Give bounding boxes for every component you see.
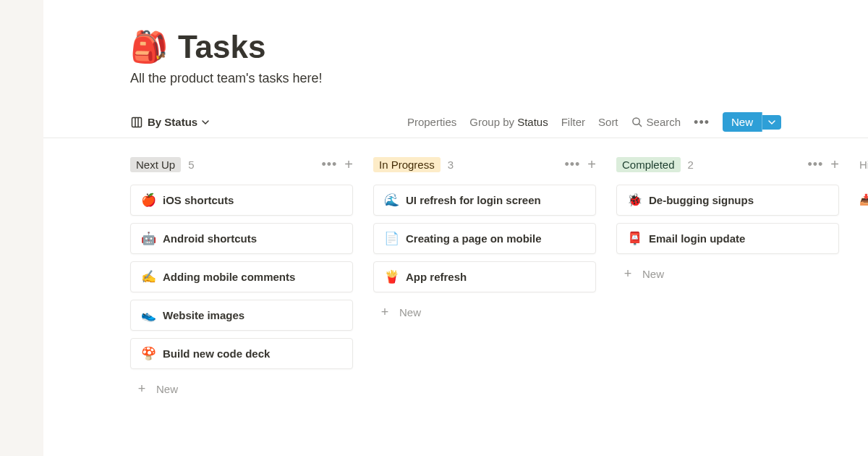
card-title: UI refresh for login screen — [406, 194, 541, 206]
card-icon: 📄 — [384, 232, 399, 245]
column-more-button[interactable]: ••• — [321, 158, 337, 171]
column-next-up: Next Up 5 ••• + 🍎 iOS shortcuts 🤖 Androi… — [130, 154, 353, 401]
card-title: Website images — [163, 309, 244, 321]
card-title: De-bugging signups — [649, 194, 754, 206]
card[interactable]: 📄 Creating a page on mobile — [373, 223, 596, 254]
card[interactable]: 👟 Website images — [130, 300, 353, 331]
sort-button[interactable]: Sort — [598, 116, 618, 128]
add-card-button[interactable]: + New — [130, 376, 353, 401]
card-title: iOS shortcuts — [163, 194, 234, 206]
column-count: 2 — [688, 159, 694, 171]
card-title: Android shortcuts — [163, 232, 257, 245]
group-by-prefix: Group by — [469, 116, 517, 128]
view-label: By Status — [148, 116, 197, 128]
filter-button[interactable]: Filter — [561, 116, 585, 128]
card-icon: 🍟 — [384, 271, 399, 283]
page-icon[interactable]: 🎒 — [130, 32, 168, 62]
hidden-label[interactable]: Hidde — [859, 154, 868, 174]
column-header: Completed 2 ••• + — [616, 154, 839, 174]
add-card-label: New — [399, 306, 421, 318]
group-by-value: Status — [517, 116, 548, 128]
search-label: Search — [647, 116, 681, 128]
inbox-icon: 📥 — [859, 193, 868, 206]
more-button[interactable]: ••• — [694, 116, 710, 129]
view-selector[interactable]: By Status — [130, 116, 209, 129]
page-title[interactable]: Tasks — [178, 29, 266, 65]
board-icon — [130, 116, 143, 129]
toolbar: By Status Properties Group by Status Fil… — [43, 106, 868, 138]
card-icon: 🍄 — [141, 347, 156, 360]
plus-icon: + — [621, 267, 635, 280]
chevron-down-icon — [202, 119, 209, 126]
add-card-label: New — [642, 268, 664, 280]
plus-icon: + — [135, 382, 149, 395]
plus-icon: + — [378, 305, 392, 318]
svg-rect-0 — [132, 117, 142, 127]
svg-line-4 — [639, 124, 641, 126]
card-title: App refresh — [406, 271, 467, 283]
column-title: Completed — [616, 157, 681, 172]
column-completed: Completed 2 ••• + 🐞 De-bugging signups 📮… — [616, 154, 839, 401]
column-title-wrap[interactable]: In Progress 3 — [373, 157, 557, 172]
column-count: 5 — [188, 159, 194, 171]
card[interactable]: ✍️ Adding mobile comments — [130, 261, 353, 292]
column-title: Next Up — [130, 157, 181, 172]
card[interactable]: 📮 Email login update — [616, 223, 839, 254]
column-title-wrap[interactable]: Next Up 5 — [130, 157, 314, 172]
add-card-label: New — [156, 383, 178, 395]
hidden-item[interactable]: 📥 N — [859, 185, 868, 215]
column-header: In Progress 3 ••• + — [373, 154, 596, 174]
card-icon: ✍️ — [141, 271, 156, 283]
column-add-button[interactable]: + — [830, 157, 839, 172]
card-icon: 🍎 — [141, 194, 156, 206]
card-icon: 📮 — [627, 232, 642, 245]
column-actions: ••• + — [321, 157, 353, 172]
new-dropdown[interactable] — [762, 115, 781, 130]
properties-button[interactable]: Properties — [407, 116, 456, 128]
card-icon: 🐞 — [627, 194, 642, 206]
toolbar-left: By Status — [130, 116, 209, 129]
card-title: Adding mobile comments — [163, 271, 295, 283]
card-icon: 👟 — [141, 309, 156, 321]
card-title: Build new code deck — [163, 347, 270, 360]
column-header: Next Up 5 ••• + — [130, 154, 353, 174]
title-row: 🎒 Tasks — [130, 29, 781, 65]
card-title: Email login update — [649, 232, 745, 245]
card[interactable]: 🍎 iOS shortcuts — [130, 185, 353, 216]
add-card-button[interactable]: + New — [373, 300, 596, 324]
column-actions: ••• + — [564, 157, 596, 172]
column-add-button[interactable]: + — [587, 157, 596, 172]
card[interactable]: 🍟 App refresh — [373, 261, 596, 292]
column-add-button[interactable]: + — [344, 157, 353, 172]
card-icon: 🤖 — [141, 232, 156, 245]
page-header: 🎒 Tasks All the product team's tasks her… — [43, 0, 868, 86]
page-container: 🎒 Tasks All the product team's tasks her… — [43, 0, 868, 456]
column-more-button[interactable]: ••• — [564, 158, 580, 171]
page-description[interactable]: All the product team's tasks here! — [130, 71, 781, 86]
search-button[interactable]: Search — [631, 116, 681, 128]
card[interactable]: 🌊 UI refresh for login screen — [373, 185, 596, 216]
search-icon — [631, 117, 642, 127]
column-in-progress: In Progress 3 ••• + 🌊 UI refresh for log… — [373, 154, 596, 401]
card[interactable]: 🐞 De-bugging signups — [616, 185, 839, 216]
toolbar-right: Properties Group by Status Filter Sort S… — [407, 112, 781, 132]
new-button-group: New — [723, 112, 781, 132]
column-title-wrap[interactable]: Completed 2 — [616, 157, 800, 172]
card[interactable]: 🍄 Build new code deck — [130, 338, 353, 369]
column-more-button[interactable]: ••• — [807, 158, 823, 171]
new-button[interactable]: New — [723, 112, 762, 132]
card[interactable]: 🤖 Android shortcuts — [130, 223, 353, 254]
column-actions: ••• + — [807, 157, 839, 172]
column-title: In Progress — [373, 157, 441, 172]
card-icon: 🌊 — [384, 194, 399, 206]
column-count: 3 — [448, 159, 454, 171]
group-by-button[interactable]: Group by Status — [469, 116, 548, 128]
card-title: Creating a page on mobile — [406, 232, 542, 245]
hidden-groups: Hidde 📥 N — [859, 154, 868, 401]
add-card-button[interactable]: + New — [616, 261, 839, 286]
board: Next Up 5 ••• + 🍎 iOS shortcuts 🤖 Androi… — [43, 138, 868, 401]
